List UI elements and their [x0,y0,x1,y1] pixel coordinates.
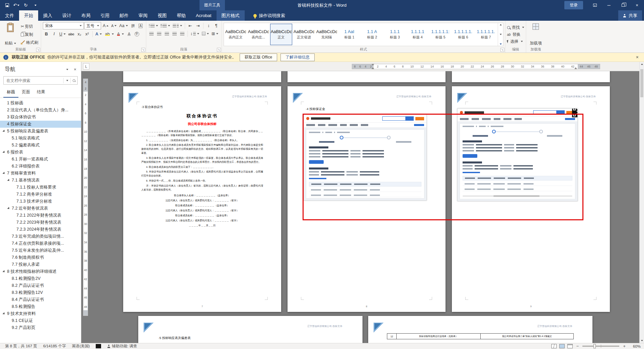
ribbon-tab-10[interactable]: 帮助 [172,10,191,21]
page-sliver[interactable] [123,71,281,82]
ime-indicator[interactable] [96,344,101,348]
nav-item[interactable]: 9.2 产品彩页 [0,324,81,331]
replace-button[interactable]: ab替换 [507,32,524,37]
nav-item[interactable]: 9 技术支持资料 [0,310,81,317]
zoom-in-button[interactable]: + [622,344,627,349]
nav-item[interactable]: 7.2.3 2024年财务情况表 [0,226,81,233]
ribbon-tab-2[interactable]: 开始 [19,10,38,21]
ribbon-tab-6[interactable]: 引用 [95,10,114,21]
sort-button[interactable]: ↕ [205,22,212,29]
nav-item[interactable]: 7.1.2 商务评分标准 [0,191,81,198]
nav-item[interactable]: 1 投标函 [0,100,81,107]
zoom-level[interactable]: 60% [629,344,641,348]
nav-item[interactable]: 8.1 检测报告2V [0,275,81,282]
nav-item[interactable]: 8.3 检测报告12V [0,289,81,296]
nav-item[interactable]: 5.2 偏差表格式 [0,142,81,149]
hanging-indent-marker[interactable] [372,67,374,69]
nav-item[interactable]: 7.1 基本情况表 [0,177,81,184]
customize-qat-button[interactable] [31,1,39,10]
nav-item[interactable]: 8.2 产品认证证书 [0,282,81,289]
font-name-combo[interactable]: 宋体 [43,22,84,29]
nav-item[interactable]: 8 技术性能指标的详细描述 [0,268,81,275]
increase-indent-button[interactable]: ⇥ [194,22,202,29]
align-center-button[interactable] [156,30,163,37]
nav-item[interactable]: 7.1.1 投标人资格要求 [0,184,81,191]
ribbon-tab-4[interactable]: 设计 [57,10,76,21]
paste-button[interactable]: 粘贴 [2,22,18,47]
close-button[interactable]: × [630,0,644,10]
gallery-up-icon[interactable] [500,24,502,25]
borders-button[interactable]: ⊞ [211,30,219,37]
nav-tab[interactable]: 页面 [18,88,33,98]
nav-item[interactable]: 5.1 响应表格式 [0,135,81,142]
shrink-font-button[interactable]: A [110,22,117,29]
shading-button[interactable] [201,30,210,37]
zoom-out-button[interactable]: − [575,344,580,349]
horizontal-ruler[interactable]: L 8642 246810121416182022242628303234363… [81,62,644,71]
document-page-11[interactable]: 辽宁首锐科技有限公司-投标文件 12投标设备制造商运行业绩表（见附表）我公司承诺… [368,316,592,343]
nav-item[interactable]: 7.5 近年未发生的诉讼及仲... [0,247,81,254]
style-item[interactable]: AaBbCcDdI正文缩进 [293,24,315,45]
nav-item[interactable]: 6.2 详细报价表 [0,163,81,170]
font-size-combo[interactable]: 五号 [84,22,101,29]
ribbon-tab-9[interactable]: 视图 [153,10,172,21]
nav-item[interactable]: 2 法定代表人（单位负责人）身... [0,107,81,114]
expand-triangle-icon[interactable] [2,151,5,154]
minimize-button[interactable]: ─ [602,0,616,10]
nav-item[interactable]: 5 投标响应表及偏差表 [0,128,81,135]
nav-item[interactable]: 7.6 制造商授权书 [0,254,81,261]
nav-item[interactable]: 4 投标保证金 [0,121,81,128]
tab-stop-selector[interactable]: L [83,63,89,70]
right-indent-marker[interactable] [574,67,577,69]
ribbon-display-options-button[interactable]: ∨ [588,0,602,10]
line-spacing-button[interactable]: ↕ [189,30,200,37]
underline-button[interactable]: U [58,30,67,37]
payment-platform-screenshot[interactable] [457,108,578,201]
numbering-button[interactable] [160,22,171,29]
page-sliver[interactable] [288,71,446,82]
change-case-button[interactable]: Aa [118,22,129,29]
nav-search-button[interactable] [71,79,77,82]
scroll-down-icon[interactable] [641,340,643,341]
scrollbar-thumb[interactable] [640,69,643,97]
horizontal-ruler-bar[interactable]: 8642 24681012141618202224262830323436384… [352,64,600,69]
bullets-button[interactable] [148,22,159,29]
word-count[interactable]: 6/14185 个字 [40,344,69,349]
clipboard-dialog-launcher[interactable]: ↘ [36,48,40,52]
page-indicator[interactable]: 第 8 页，共 167 页 [2,344,40,349]
redo-button[interactable]: ↻ [21,1,30,10]
italic-button[interactable]: I [51,30,58,37]
nav-tab[interactable]: 结果 [33,88,49,98]
payment-platform-screenshot[interactable] [304,114,427,201]
zoom-slider-thumb[interactable] [593,344,596,348]
nav-item[interactable]: 7.2 近年财务状况表 [0,205,81,212]
first-line-indent-marker[interactable] [372,64,374,66]
bold-button[interactable]: B [43,30,50,37]
sign-in-button[interactable]: 登录 [564,1,583,9]
addins-button[interactable]: 加载项 [528,22,544,47]
phonetic-guide-button[interactable]: 拼 [130,22,137,29]
style-item[interactable]: AaBbCcDdEe表内左... [247,24,269,45]
style-item[interactable]: 1.1.1标题 3 [384,24,406,45]
font-color-button[interactable]: A [115,30,125,37]
character-shading-button[interactable]: A [126,30,133,37]
style-item[interactable]: AaBbCcDdI无间隔 [316,24,338,45]
nav-item[interactable]: 7.2.1 2022年财务情况表 [0,212,81,219]
multilevel-list-button[interactable] [172,22,183,29]
character-border-button[interactable]: A [137,22,144,29]
expand-triangle-icon[interactable] [2,172,5,175]
learn-more-button[interactable]: 了解详细信息 [280,53,315,61]
nav-item[interactable]: 7.3 近年完成的类似项目情... [0,233,81,240]
save-button[interactable] [3,1,11,10]
expand-triangle-icon[interactable] [7,179,10,182]
scroll-up-icon[interactable] [641,64,643,65]
share-button[interactable]: 共享 [618,10,642,21]
subscript-button[interactable]: x₂ [76,30,83,37]
ribbon-tab-12[interactable]: 图片格式 [217,10,245,21]
style-item[interactable]: 1.1.1.1标题 4 [407,24,429,45]
align-left-button[interactable] [148,30,155,37]
ribbon-tab-11[interactable]: Acrobat [191,10,217,21]
print-layout-button[interactable] [559,344,565,348]
enclose-characters-button[interactable]: 字 [133,30,140,37]
ribbon-tab-8[interactable]: 审阅 [134,10,153,21]
